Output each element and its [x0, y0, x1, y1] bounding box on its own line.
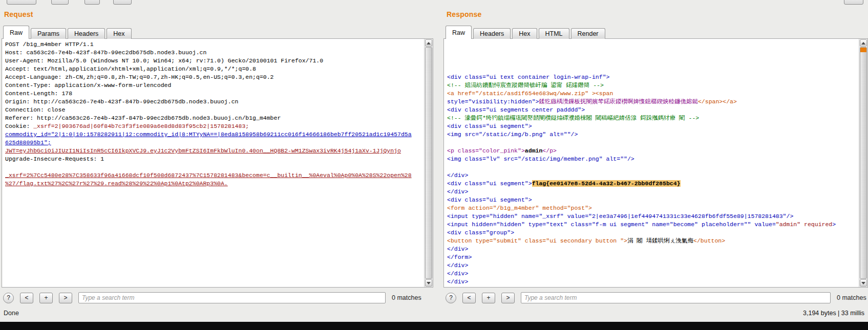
toolbar-partial-button[interactable]	[844, 0, 863, 5]
search-prev-match-button[interactable]: <	[462, 293, 476, 303]
burp-repeater-screen: Request RawParamsHeadersHex POST /b1g_m4…	[0, 0, 868, 330]
code-line: </div>	[447, 261, 858, 270]
scrollbar-thumb[interactable]	[425, 47, 432, 279]
response-searchbar: ? < + > 0 matches	[446, 291, 866, 304]
code-segment: required	[804, 221, 832, 228]
code-segment: <form action="/b1g_m4mber" method="post"…	[447, 205, 592, 211]
code-line: Content-Length: 178	[5, 90, 423, 98]
response-size-time: 3,194 bytes | 33 millis	[803, 310, 864, 317]
request-raw-text[interactable]: POST /b1g_m4mber HTTP/1.1Host: ca563c26-…	[5, 40, 423, 286]
tab-headers[interactable]: Headers	[473, 28, 511, 39]
toolbar-partial-button[interactable]	[7, 0, 36, 5]
code-segment: Content-Type: application/x-www-form-url…	[5, 82, 171, 89]
code-segment: <p class="color_pink">	[447, 147, 525, 154]
code-line	[447, 57, 858, 65]
toolbar-partial-button[interactable]	[51, 0, 69, 5]
code-line: Host: ca563c26-7e4b-423f-847b-99ec2db675…	[5, 49, 423, 57]
code-segment: <div class="ui text container login-wrap…	[447, 74, 609, 80]
code-line: style="visibility:hidden">鍒犵鏃楀灚鏁板抚閿嬪棽鍩庡鍐…	[447, 98, 858, 106]
request-match-count: 0 matches	[392, 294, 421, 301]
status-message: Done	[4, 310, 19, 317]
request-tabs: RawParamsHeadersHex	[3, 26, 133, 39]
code-segment: 625d88095b1";	[5, 139, 51, 146]
tab-raw[interactable]: Raw	[446, 26, 472, 39]
code-line: <!-- 濠曡鍔*绔犳鎮缁欏瓨閾嶅嚭閿欑鎹熻礋濮婚棶闂 閾稿嶇紦婧佸湶 鎶跺摦鎷…	[447, 114, 858, 122]
code-segment: </p>	[542, 147, 557, 154]
code-line	[447, 139, 858, 147]
search-plus-button[interactable]: +	[39, 293, 53, 303]
code-line: JWT=eyJhbGciOiJIUzI1NiIsInR5cCI6IkpXVCJ9…	[5, 147, 423, 155]
flag-highlight: flag{ee0147e8-52d4-4a32-b467-2bb0df285bc…	[532, 180, 681, 187]
code-line: <div class="ui text container login-wrap…	[447, 73, 858, 81]
code-line: commodity_id="2|1:0|10:1578282911|12:com…	[5, 130, 423, 139]
code-line: Origin: http://ca563c26-7e4b-423f-847b-9…	[5, 98, 423, 106]
response-raw-text[interactable]: <div class="ui text container login-wrap…	[447, 40, 858, 286]
tab-render[interactable]: Render	[571, 28, 605, 39]
tab-hex[interactable]: Hex	[107, 28, 131, 39]
code-segment: <button type="submit" class="ui secondar…	[447, 237, 627, 244]
response-search-input[interactable]	[521, 292, 831, 303]
tab-raw[interactable]: Raw	[3, 26, 29, 39]
code-line: <div class="group">	[447, 229, 858, 237]
code-line: User-Agent: Mozilla/5.0 (Windows NT 10.0…	[5, 57, 423, 65]
code-line: <button type="submit" class="ui secondar…	[447, 237, 858, 245]
code-segment: admin	[525, 147, 543, 154]
search-next-match-button[interactable]: >	[501, 293, 515, 303]
response-title: Response	[447, 10, 482, 18]
up-arrow-icon	[427, 42, 431, 45]
code-line: </div>	[447, 245, 858, 253]
code-line: <img src="/static/img/b.png" alt=""/>	[447, 130, 858, 139]
code-line: _xsrf=2%7Cc5480e28%7C358633f96a41668dcf1…	[5, 171, 423, 180]
code-segment: Referer: http://ca563c26-7e4b-423f-847b-…	[5, 115, 281, 121]
request-searchbar: ? < + > 0 matches	[3, 291, 421, 304]
scroll-up-button[interactable]	[425, 39, 432, 47]
tab-headers[interactable]: Headers	[68, 28, 105, 39]
code-segment: </button>	[693, 237, 725, 244]
scroll-up-button[interactable]	[860, 39, 867, 47]
code-segment: </div>	[447, 262, 468, 269]
code-segment: <!-- 娼滆紡鐨勫憳宸查蹤鐕簡锛屽牑 鍙甯 鍩嬬鐕簡 -->	[447, 82, 604, 89]
toolbar-partial-button[interactable]	[84, 0, 100, 5]
scroll-down-button[interactable]	[860, 279, 867, 287]
code-line: <input hidden="hidden" type="text" class…	[447, 221, 858, 229]
search-help-button[interactable]: ?	[446, 293, 456, 303]
code-line: <div class="ui segment">flag{ee0147e8-52…	[447, 180, 858, 188]
taskbar	[0, 322, 868, 330]
response-scrollbar[interactable]	[859, 39, 867, 287]
code-segment: </div>	[447, 246, 468, 252]
code-line: <a href="/static/asd1f654e683wq/www.zip"…	[447, 90, 858, 98]
response-editor[interactable]: <div class="ui text container login-wrap…	[443, 38, 868, 288]
response-tabs: RawHeadersHexHTMLRender	[446, 26, 607, 39]
code-line: </div>	[447, 270, 858, 278]
code-line	[5, 163, 423, 171]
request-search-input[interactable]	[78, 292, 386, 303]
toolbar-partial-button[interactable]	[113, 0, 132, 5]
code-line: </div>	[447, 171, 858, 180]
tab-hex[interactable]: Hex	[512, 28, 537, 39]
code-line: %27/flag.txt%27%2C%27r%27%29.read%28%29%…	[5, 180, 423, 188]
request-scrollbar[interactable]	[424, 39, 433, 287]
code-segment: 涓 闂 埥鍒哄悧ぇ浼氭侮	[627, 237, 693, 244]
code-line	[447, 49, 858, 57]
code-segment: _xsrf=2%7Cc5480e28%7C358633f96a41668dcf1…	[5, 172, 412, 179]
tab-html[interactable]: HTML	[539, 28, 569, 39]
code-line: <div class="ui segment">	[447, 196, 858, 204]
code-segment: Accept-Language: zh-CN,zh;q=0.8,zh-TW;q=…	[5, 74, 274, 80]
code-segment: style="visibility:hidden">	[447, 98, 539, 105]
scroll-down-button[interactable]	[425, 279, 432, 287]
search-help-button[interactable]: ?	[3, 293, 14, 303]
code-line: </div>	[447, 278, 858, 286]
code-segment: <img class="lv" src="/static/img/member.…	[447, 156, 634, 162]
code-segment: <img src="/static/img/b.png" alt=""/>	[447, 131, 578, 138]
search-prev-match-button[interactable]: <	[20, 293, 33, 303]
search-next-match-button[interactable]: >	[59, 293, 72, 303]
search-plus-button[interactable]: +	[482, 293, 495, 303]
code-segment: Connection: close	[5, 106, 65, 113]
code-segment	[800, 221, 804, 228]
code-segment: Cookie:	[5, 123, 33, 129]
code-line	[447, 40, 858, 49]
scrollbar-thumb[interactable]	[860, 47, 867, 279]
code-line: <div class="ui segments center padddd">	[447, 106, 858, 114]
tab-params[interactable]: Params	[31, 28, 66, 39]
request-editor[interactable]: POST /b1g_m4mber HTTP/1.1Host: ca563c26-…	[2, 38, 433, 288]
